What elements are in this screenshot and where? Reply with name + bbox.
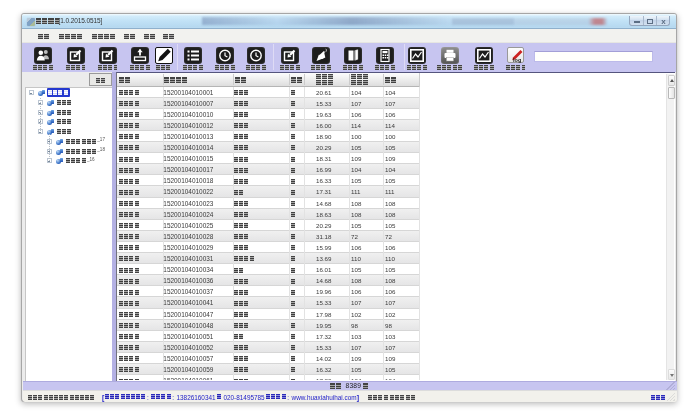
- svg-text:log: log: [513, 56, 521, 62]
